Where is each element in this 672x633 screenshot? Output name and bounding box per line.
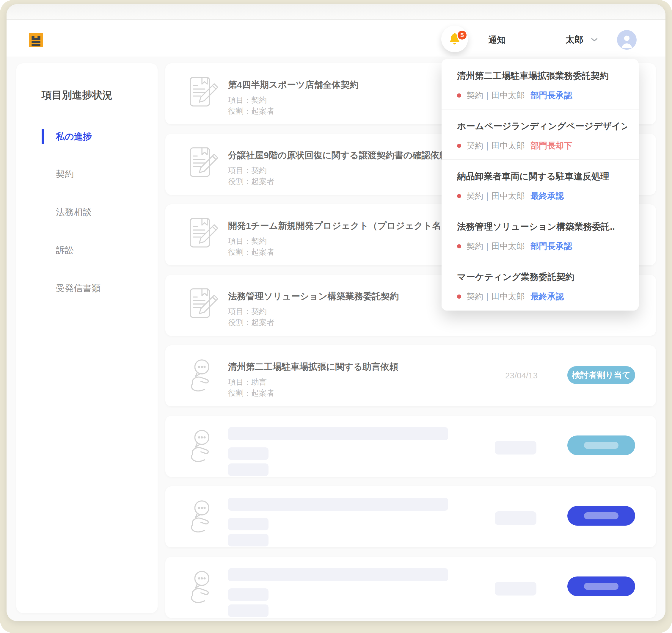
card-item-type: 項目：助言	[228, 377, 267, 387]
skeleton-status-badge	[567, 577, 635, 596]
meta-separator: ｜	[483, 241, 491, 252]
skeleton-meta-bar	[228, 447, 268, 460]
notification-category: 契約	[466, 90, 483, 101]
sidebar-item-litigation[interactable]: 訴訟	[56, 244, 74, 256]
user-menu[interactable]: 太郎	[566, 33, 598, 46]
skeleton-meta-bar	[228, 588, 268, 601]
card-role: 役割：起案者	[228, 247, 274, 257]
skeleton-title-bar	[228, 498, 448, 511]
meta-separator: ｜	[483, 190, 491, 202]
desktop-background: 5 通知 太郎 項目別進捗状況 私の進捗 契約 法務	[0, 0, 672, 633]
list-item-advice-1[interactable]: 清州第二工場駐車場拡張に関する助言依頼 項目：助言 役割：起案者 23/04/1…	[165, 345, 656, 406]
notification-item-3[interactable]: 納品卸業者車両に関する駐車違反処理 契約 ｜ 田中太郎 最終承認	[441, 160, 639, 210]
skeleton-badge-label-bar	[584, 442, 619, 449]
contract-document-icon	[189, 75, 219, 112]
skeleton-meta-bar	[228, 534, 268, 546]
card-date: 23/04/13	[505, 371, 537, 380]
unread-dot	[457, 144, 461, 148]
skeleton-date-bar	[495, 511, 536, 525]
notification-title: 納品卸業者車両に関する駐車違反処理	[457, 170, 627, 183]
app-logo[interactable]	[29, 33, 43, 47]
status-badge-reviewer-assignment: 検討者割り当て	[567, 366, 635, 384]
sidebar-item-contracts[interactable]: 契約	[56, 168, 74, 180]
card-role: 役割：起案者	[228, 318, 274, 328]
notification-user: 田中太郎	[491, 90, 525, 101]
sidebar-item-legal-consultation[interactable]: 法務相談	[56, 206, 92, 218]
notifications-label[interactable]: 通知	[488, 34, 505, 46]
meta-separator: ｜	[483, 291, 491, 302]
notification-title: マーケティング業務委託契約	[457, 271, 627, 283]
window-top-band	[6, 4, 666, 20]
advice-chat-hand-icon	[189, 428, 219, 465]
app-window: 5 通知 太郎 項目別進捗状況 私の進捗 契約 法務	[6, 4, 666, 621]
notification-status: 部門長承認	[530, 90, 572, 101]
skeleton-badge-label-bar	[584, 583, 619, 590]
contract-document-icon	[189, 146, 219, 183]
meta-separator: ｜	[483, 90, 491, 101]
skeleton-meta-bar	[228, 605, 268, 617]
advice-chat-hand-icon	[189, 498, 219, 535]
contract-document-icon	[189, 287, 219, 324]
card-item-type: 項目：契約	[228, 95, 267, 105]
notification-category: 契約	[466, 241, 483, 252]
unread-dot	[457, 244, 461, 249]
sidebar-title: 項目別進捗状況	[42, 88, 113, 102]
notification-status: 最終承認	[530, 190, 564, 202]
notification-category: 契約	[466, 190, 483, 202]
sidebar-item-my-progress[interactable]: 私の進捗	[56, 131, 92, 143]
skeleton-meta-bar	[228, 464, 268, 476]
skeleton-meta-bar	[228, 518, 268, 531]
notification-title: 清州第二工場駐車場拡張業務委託契約	[457, 70, 627, 82]
notification-item-5[interactable]: マーケティング業務委託契約 契約 ｜ 田中太郎 最終承認	[441, 260, 639, 310]
logo-icon	[29, 33, 43, 47]
notification-item-4[interactable]: 法務管理ソリューション構築業務委託.. 契約 ｜ 田中太郎 部門長承認	[441, 210, 639, 260]
card-role: 役割：起案者	[228, 106, 274, 116]
skeleton-status-badge	[567, 436, 635, 455]
card-item-type: 項目：契約	[228, 236, 267, 246]
skeleton-date-bar	[495, 441, 536, 454]
sidebar-item-documents[interactable]: 受発信書類	[56, 282, 100, 295]
notification-category: 契約	[466, 140, 483, 151]
notification-user: 田中太郎	[491, 291, 525, 302]
notification-user: 田中太郎	[491, 190, 525, 202]
notification-count-badge: 5	[457, 30, 467, 41]
list-item-advice-skeleton-1[interactable]	[165, 416, 656, 477]
skeleton-title-bar	[228, 427, 448, 440]
user-name: 太郎	[566, 33, 583, 46]
notification-bell-button[interactable]: 5	[441, 26, 468, 52]
notification-category: 契約	[466, 291, 483, 302]
active-item-indicator	[42, 129, 44, 144]
card-role: 役割：起案者	[228, 177, 274, 187]
notification-dropdown: 清州第二工場駐車場拡張業務委託契約 契約 ｜ 田中太郎 部門長承認 ホームページ…	[441, 59, 639, 310]
sidebar: 項目別進捗状況 私の進捗 契約 法務相談 訴訟 受発信書類	[16, 63, 158, 613]
card-item-type: 項目：契約	[228, 165, 267, 176]
notification-status: 部門長却下	[530, 140, 572, 151]
notification-user: 田中太郎	[491, 140, 525, 151]
advice-chat-hand-icon	[189, 357, 219, 394]
chevron-down-icon	[591, 38, 598, 42]
notification-user: 田中太郎	[491, 241, 525, 252]
card-role: 役割：起案者	[228, 388, 274, 398]
list-item-advice-skeleton-3[interactable]	[165, 557, 656, 618]
meta-separator: ｜	[483, 140, 491, 151]
skeleton-status-badge	[567, 506, 635, 525]
notification-status: 部門長承認	[530, 241, 572, 252]
unread-dot	[457, 295, 461, 299]
notification-item-2[interactable]: ホームページランディングページデザイン.. 契約 ｜ 田中太郎 部門長却下	[441, 110, 639, 160]
advice-chat-hand-icon	[189, 569, 219, 606]
notification-status: 最終承認	[530, 291, 564, 302]
person-icon	[619, 33, 634, 50]
unread-dot	[457, 194, 461, 198]
skeleton-date-bar	[495, 582, 536, 595]
user-avatar[interactable]	[617, 30, 637, 50]
contract-document-icon	[189, 216, 219, 253]
notification-title: ホームページランディングページデザイン..	[457, 120, 627, 132]
app-header: 5 通知 太郎	[6, 20, 666, 56]
list-item-advice-skeleton-2[interactable]	[165, 486, 656, 547]
card-item-type: 項目：契約	[228, 306, 267, 317]
skeleton-title-bar	[228, 568, 448, 581]
unread-dot	[457, 93, 461, 98]
notification-item-1[interactable]: 清州第二工場駐車場拡張業務委託契約 契約 ｜ 田中太郎 部門長承認	[441, 59, 639, 110]
notification-title: 法務管理ソリューション構築業務委託..	[457, 221, 627, 233]
skeleton-badge-label-bar	[584, 512, 619, 519]
